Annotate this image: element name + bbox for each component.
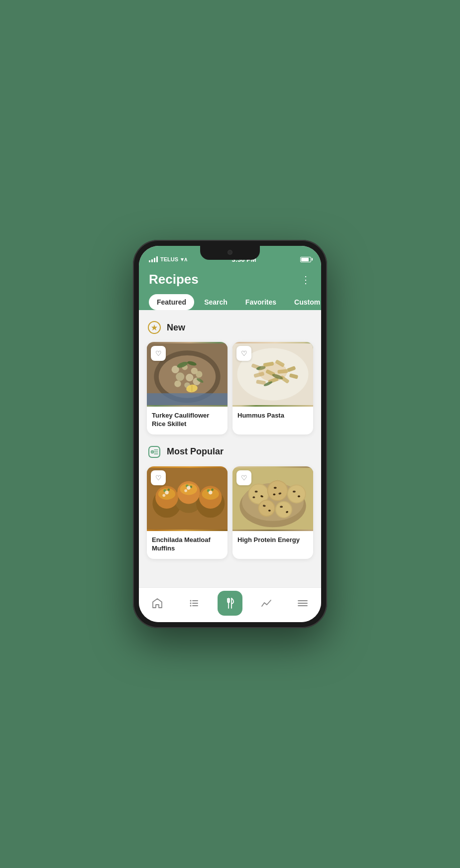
recipe-name-energy: High Protein Energy [232,531,313,550]
phone-frame: TELUS ▾∧ 3:36 PM Recipes ⋮ Featured Sear… [133,240,327,628]
more-button[interactable]: ⋮ [301,274,311,286]
nav-list[interactable] [181,591,206,616]
heart-icon-muffins: ♡ [155,474,162,482]
page-title: Recipes [149,272,199,287]
fork-knife-icon [224,597,236,609]
battery-fill [301,258,309,261]
recipe-image-muffins: ♡ [147,466,228,531]
main-content: New [139,310,321,587]
bottom-nav [139,587,321,622]
tab-bar: Featured Search Favorites Custom [149,294,311,310]
svg-point-73 [255,491,258,493]
phone-notch [200,246,260,260]
svg-point-7 [176,372,184,381]
tab-favorites[interactable]: Favorites [237,294,284,310]
tab-custom[interactable]: Custom [286,294,321,310]
svg-point-8 [186,374,193,381]
status-right [300,257,311,262]
chart-icon [260,597,272,609]
new-section-title: New [167,323,185,333]
recipe-name-pasta: Hummus Pasta [232,407,313,426]
svg-point-50 [167,488,170,491]
new-section-header: New [147,320,313,335]
svg-point-72 [276,502,291,517]
signal-bar-1 [149,260,150,262]
svg-point-57 [187,486,191,490]
recipe-card-turkey[interactable]: ♡ Turkey Cauliflower Rice Skillet [147,342,228,434]
svg-point-55 [165,491,169,495]
header-top: Recipes ⋮ [149,272,311,287]
star-badge-icon [147,321,161,334]
signal-bar-2 [151,259,153,262]
heart-icon-pasta: ♡ [241,349,247,357]
popular-badge-icon [147,445,161,459]
svg-point-87 [190,602,191,604]
favorite-btn-turkey[interactable]: ♡ [151,346,166,361]
svg-point-78 [273,493,275,495]
new-recipe-grid: ♡ Turkey Cauliflower Rice Skillet [147,342,313,434]
svg-point-9 [196,371,202,377]
carrier-label: TELUS [160,256,178,262]
wifi-icon: ▾∧ [181,256,188,263]
popular-recipe-grid: ♡ Enchilada Meatloaf Muffins [147,466,313,559]
status-left: TELUS ▾∧ [149,256,188,263]
nav-recipes[interactable] [218,591,242,616]
nav-progress[interactable] [254,591,279,616]
favorite-btn-energy[interactable]: ♡ [236,470,251,485]
tab-featured[interactable]: Featured [149,294,194,310]
phone-screen: TELUS ▾∧ 3:36 PM Recipes ⋮ Featured Sear… [139,246,321,622]
list-icon [188,597,200,609]
recipe-name-muffins: Enchilada Meatloaf Muffins [147,531,228,559]
favorite-btn-pasta[interactable]: ♡ [236,346,251,361]
svg-point-54 [211,488,214,491]
nav-menu[interactable] [290,591,315,616]
svg-point-83 [280,506,283,508]
svg-point-89 [190,605,191,606]
signal-bar-4 [156,256,158,262]
battery-icon [300,257,311,262]
camera [228,250,232,255]
home-icon [151,597,163,609]
svg-point-35 [258,362,287,381]
favorite-btn-muffins[interactable]: ♡ [151,470,166,485]
svg-rect-18 [147,393,228,405]
svg-point-76 [274,487,277,489]
svg-point-38 [152,451,153,452]
tab-search[interactable]: Search [196,294,235,310]
signal-bars [149,256,158,262]
recipe-card-energy[interactable]: ♡ High Protein Energy [232,466,313,559]
header: Recipes ⋮ Featured Search Favorites Cust… [139,268,321,310]
svg-point-68 [288,485,305,502]
svg-point-58 [184,489,187,492]
svg-point-10 [174,380,181,387]
recipe-image-turkey: ♡ [147,342,228,407]
recipe-image-energy: ♡ [232,466,313,531]
recipe-image-pasta: ♡ [232,342,313,407]
svg-point-75 [253,496,255,498]
recipe-card-pasta[interactable]: ♡ Hummus Pasta [232,342,313,434]
svg-point-59 [209,491,213,495]
popular-section-icon [147,444,162,459]
svg-point-80 [298,495,300,497]
svg-point-85 [190,600,191,601]
new-section-icon [147,320,162,335]
svg-point-56 [162,494,165,497]
signal-bar-3 [154,258,155,262]
heart-icon-turkey: ♡ [155,349,162,357]
popular-section-header: Most Popular [147,444,313,459]
svg-point-79 [293,491,296,493]
recipe-name-turkey: Turkey Cauliflower Rice Skillet [147,407,228,434]
hamburger-icon [297,597,309,609]
heart-icon-energy: ♡ [241,474,247,482]
svg-point-82 [268,510,271,512]
svg-point-70 [259,501,274,516]
nav-home[interactable] [145,591,170,616]
popular-section-title: Most Popular [167,446,224,457]
recipe-card-muffins[interactable]: ♡ Enchilada Meatloaf Muffins [147,466,228,559]
svg-point-66 [268,481,287,500]
